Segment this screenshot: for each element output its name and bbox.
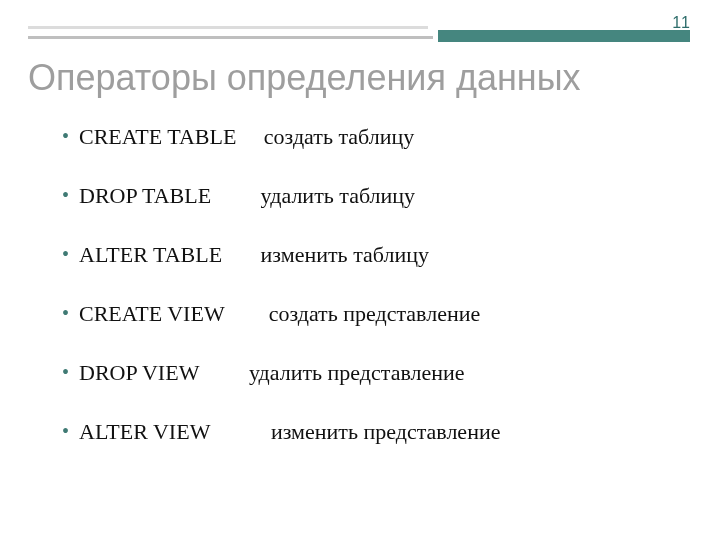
description-text: изменить таблицу xyxy=(261,242,429,268)
list-item: • ALTER VIEW изменить представление xyxy=(62,419,680,445)
spacer xyxy=(199,360,249,386)
description-text: создать представление xyxy=(269,301,481,327)
bullet-icon: • xyxy=(62,361,69,384)
bullet-icon: • xyxy=(62,243,69,266)
bullet-list: • CREATE TABLE создать таблицу • DROP TA… xyxy=(62,124,680,478)
spacer xyxy=(236,124,264,150)
operator-text: ALTER VIEW xyxy=(79,419,210,445)
operator-text: DROP TABLE xyxy=(79,183,211,209)
description-text: удалить представление xyxy=(249,360,465,386)
spacer xyxy=(222,242,261,268)
list-item: • ALTER TABLE изменить таблицу xyxy=(62,242,680,268)
decor-bar-teal xyxy=(438,30,690,42)
operator-text: ALTER TABLE xyxy=(79,242,222,268)
spacer xyxy=(211,183,261,209)
decor-bar-grey xyxy=(28,36,433,39)
list-item: • CREATE VIEW создать представление xyxy=(62,301,680,327)
title-decoration xyxy=(0,26,720,48)
list-item: • CREATE TABLE создать таблицу xyxy=(62,124,680,150)
spacer xyxy=(210,419,271,445)
bullet-icon: • xyxy=(62,420,69,443)
spacer xyxy=(225,301,269,327)
bullet-icon: • xyxy=(62,184,69,207)
slide-title: Операторы определения данных xyxy=(28,58,692,98)
description-text: создать таблицу xyxy=(264,124,414,150)
bullet-icon: • xyxy=(62,302,69,325)
operator-text: CREATE VIEW xyxy=(79,301,225,327)
bullet-icon: • xyxy=(62,125,69,148)
list-item: • DROP VIEW удалить представление xyxy=(62,360,680,386)
operator-text: CREATE TABLE xyxy=(79,124,236,150)
description-text: удалить таблицу xyxy=(261,183,415,209)
list-item: • DROP TABLE удалить таблицу xyxy=(62,183,680,209)
operator-text: DROP VIEW xyxy=(79,360,199,386)
decor-bar-light xyxy=(28,26,428,29)
description-text: изменить представление xyxy=(271,419,501,445)
